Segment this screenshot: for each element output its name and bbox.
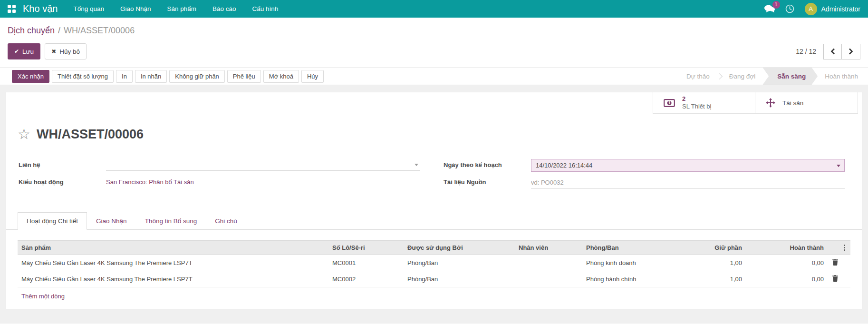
cell-reserved[interactable]: 1,00 <box>675 271 746 287</box>
user-name: Administrator <box>821 5 860 13</box>
field-operation-type: Kiểu hoạt động San Francisco: Phân bổ Tà… <box>19 176 420 190</box>
source-document-input[interactable] <box>531 176 845 189</box>
menu-item-tong-quan[interactable]: Tổng quan <box>65 0 112 18</box>
menu-item-bao-cao[interactable]: Báo cáo <box>204 0 244 18</box>
messages-icon[interactable]: 1 <box>764 5 775 13</box>
tab-notes[interactable]: Ghi chú <box>206 212 246 230</box>
app-name[interactable]: Kho vận <box>23 3 58 14</box>
table-row[interactable]: Máy Chiếu Siêu Gần Laser 4K Samsung The … <box>18 255 850 271</box>
activities-clock-icon[interactable] <box>785 4 794 13</box>
pipeline-step-done[interactable]: Hoàn thành <box>818 68 865 85</box>
discard-button-label: Hủy bỏ <box>59 48 80 55</box>
form-column-right: Ngày theo kế hoạch Tài liệu Nguồn <box>444 159 845 193</box>
status-pipeline: Dự thảo Đang đợi Sẵn sàng Hoàn thành <box>679 68 868 85</box>
operations-table: Sản phẩm Số Lô/Sê-ri Được sử dụng Bởi Nh… <box>18 240 850 287</box>
col-header-done[interactable]: Hoàn thành <box>746 241 828 255</box>
scheduled-date-input[interactable] <box>531 159 845 172</box>
cell-reserved[interactable]: 1,00 <box>675 255 746 271</box>
assets-label: Tài sản <box>782 99 803 107</box>
pager-next-button[interactable] <box>842 44 860 59</box>
field-source-document: Tài liệu Nguồn <box>444 176 845 190</box>
save-button[interactable]: ✔ Lưu <box>8 43 40 59</box>
breadcrumb-parent[interactable]: Dịch chuyển <box>8 26 55 35</box>
col-header-employee[interactable]: Nhân viên <box>515 241 582 255</box>
cell-done[interactable]: 0,00 <box>746 255 828 271</box>
form-view-container: 1 2 SL Thiết bị Tài sản ☆ WH/ASSET/00 <box>0 85 868 335</box>
table-header-row: Sản phẩm Số Lô/Sê-ri Được sử dụng Bởi Nh… <box>18 241 850 255</box>
trash-icon <box>832 259 838 266</box>
print-button[interactable]: In <box>116 70 133 83</box>
pager-count: 12 / 12 <box>796 48 816 55</box>
form-fields: Liên hệ Kiểu hoạt động San Francisco: Ph… <box>6 142 862 193</box>
col-header-lot[interactable]: Số Lô/Sê-ri <box>328 241 404 255</box>
cell-employee[interactable] <box>515 271 582 287</box>
add-line-link[interactable]: Thêm một dòng <box>18 287 68 300</box>
control-panel: Dịch chuyển/WH/ASSET/00006 ✔ Lưu ✖ Hủy b… <box>0 18 868 85</box>
record-title: WH/ASSET/00006 <box>37 127 144 142</box>
pipeline-step-waiting[interactable]: Đang đợi <box>722 68 762 85</box>
cell-product[interactable]: Máy Chiếu Siêu Gần Laser 4K Samsung The … <box>18 271 328 287</box>
device-count-label: SL Thiết bị <box>682 103 711 110</box>
menu-item-cau-hinh[interactable]: Cấu hình <box>244 0 287 18</box>
statusbar: Xác nhận Thiết đặt số lượng In In nhãn K… <box>0 67 868 85</box>
operation-type-label: Kiểu hoạt động <box>19 176 106 190</box>
scheduled-date-label: Ngày theo kế hoạch <box>444 159 531 173</box>
unlock-button[interactable]: Mở khoá <box>263 70 299 83</box>
set-quantities-button[interactable]: Thiết đặt số lượng <box>52 70 114 83</box>
table-row[interactable]: Máy Chiếu Siêu Gần Laser 4K Samsung The … <box>18 271 850 287</box>
pager: 12 / 12 <box>796 44 860 59</box>
delete-row-button[interactable] <box>831 259 839 266</box>
cell-department[interactable]: Phòng kinh doanh <box>582 255 675 271</box>
smart-buttons: 1 2 SL Thiết bị Tài sản <box>653 92 858 114</box>
tab-deliveries[interactable]: Giao Nhận <box>87 212 136 230</box>
tab-detailed-operations[interactable]: Hoạt động Chi tiết <box>18 212 87 230</box>
breadcrumb: Dịch chuyển/WH/ASSET/00006 <box>8 24 860 37</box>
cell-lot[interactable]: MC0002 <box>328 271 404 287</box>
pipeline-step-draft[interactable]: Dự thảo <box>679 68 717 85</box>
menu-item-san-pham[interactable]: Sản phẩm <box>159 0 205 18</box>
pipeline-step-ready[interactable]: Sẵn sàng <box>762 68 818 85</box>
col-header-product[interactable]: Sản phẩm <box>18 241 328 255</box>
menu-item-giao-nhan[interactable]: Giao Nhận <box>112 0 159 18</box>
control-panel-actions: ✔ Lưu ✖ Hủy bỏ 12 / 12 <box>8 43 860 59</box>
confirm-button[interactable]: Xác nhận <box>12 70 49 83</box>
partner-input[interactable] <box>106 159 420 171</box>
scrap-button[interactable]: Phế liệu <box>227 70 261 83</box>
col-header-department[interactable]: Phòng/Ban <box>582 241 675 255</box>
chatter-area <box>0 324 868 335</box>
cell-product[interactable]: Máy Chiếu Siêu Gần Laser 4K Samsung The … <box>18 255 328 271</box>
move-arrows-icon <box>766 98 775 108</box>
pipeline-separator-icon <box>716 73 723 79</box>
col-header-used-by[interactable]: Được sử dụng Bởi <box>404 241 515 255</box>
cell-done[interactable]: 0,00 <box>746 271 828 287</box>
check-icon: ✔ <box>14 49 19 54</box>
delete-row-button[interactable] <box>831 275 839 282</box>
cell-employee[interactable] <box>515 255 582 271</box>
print-labels-button[interactable]: In nhãn <box>135 70 167 83</box>
cell-used-by[interactable]: Phòng/Ban <box>404 271 515 287</box>
cell-used-by[interactable]: Phòng/Ban <box>404 255 515 271</box>
user-menu[interactable]: A Administrator <box>805 3 860 15</box>
col-header-reserved[interactable]: Giữ phần <box>675 241 746 255</box>
field-partner: Liên hệ <box>19 159 420 173</box>
device-count-smart-button[interactable]: 1 2 SL Thiết bị <box>653 92 755 114</box>
operation-type-value[interactable]: San Francisco: Phân bổ Tài sản <box>106 176 194 186</box>
optional-columns-icon[interactable] <box>842 244 847 251</box>
discard-button[interactable]: ✖ Hủy bỏ <box>45 43 87 59</box>
form-column-left: Liên hệ Kiểu hoạt động San Francisco: Ph… <box>19 159 420 193</box>
close-icon: ✖ <box>51 49 56 54</box>
pager-previous-button[interactable] <box>823 44 842 59</box>
tab-additional-info[interactable]: Thông tin Bổ sung <box>136 212 206 230</box>
save-button-label: Lưu <box>22 48 34 55</box>
assets-smart-button[interactable]: Tài sản <box>755 92 858 114</box>
unreserve-button[interactable]: Không giữ phần <box>169 70 225 83</box>
apps-grid-icon[interactable] <box>8 5 16 13</box>
top-navbar: Kho vận Tổng quan Giao Nhận Sản phẩm Báo… <box>0 0 868 18</box>
cancel-button[interactable]: Hủy <box>301 70 324 83</box>
cell-department[interactable]: Phòng hành chính <box>582 271 675 287</box>
cell-lot[interactable]: MC0001 <box>328 255 404 271</box>
messages-badge: 1 <box>772 1 780 9</box>
source-document-label: Tài liệu Nguồn <box>444 176 531 190</box>
notebook-tabs: Hoạt động Chi tiết Giao Nhận Thông tin B… <box>6 212 862 230</box>
favorite-star-icon[interactable]: ☆ <box>18 128 30 140</box>
